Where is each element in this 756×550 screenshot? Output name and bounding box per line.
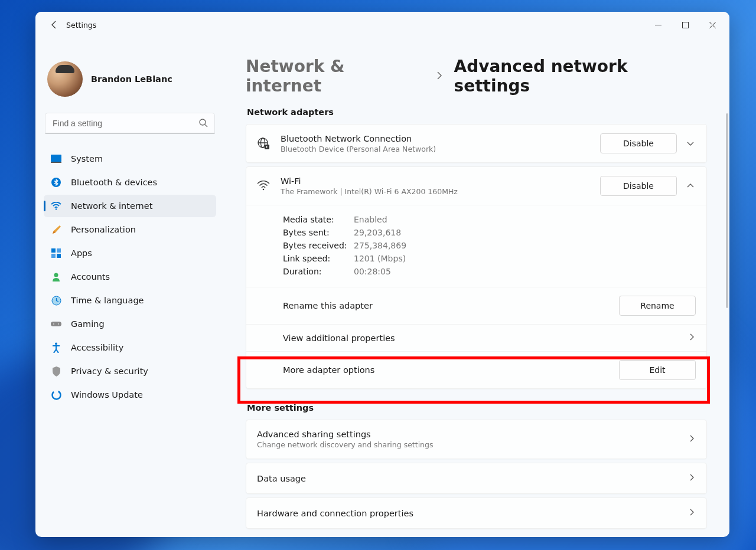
search-input[interactable]	[45, 113, 214, 133]
rename-button[interactable]: Rename	[619, 296, 696, 316]
bluetooth-icon	[51, 177, 61, 188]
row-title: Hardware and connection properties	[257, 509, 413, 518]
nav-label: Privacy & security	[71, 366, 148, 376]
stat-value: 29,203,618	[354, 228, 696, 237]
nav-update[interactable]: Windows Update	[44, 384, 216, 406]
accessibility-icon	[51, 342, 61, 353]
svg-rect-1	[682, 22, 688, 28]
row-subtitle: Change network discovery and sharing set…	[257, 440, 433, 449]
stat-label: Bytes sent:	[283, 228, 354, 237]
svg-rect-13	[57, 254, 61, 258]
stat-label: Bytes received:	[283, 241, 354, 250]
shield-icon	[51, 366, 61, 377]
svg-rect-16	[51, 322, 61, 326]
wifi-icon	[257, 179, 270, 192]
gamepad-icon	[51, 319, 61, 329]
svg-point-18	[58, 323, 59, 325]
person-icon	[51, 271, 61, 282]
content-area: Network & internet Advanced network sett…	[224, 38, 729, 537]
stat-value: Enabled	[354, 215, 696, 224]
nav-network[interactable]: Network & internet	[44, 195, 216, 217]
nav-label: System	[71, 154, 103, 163]
avatar	[47, 61, 83, 97]
hardware-properties-row[interactable]: Hardware and connection properties	[246, 497, 707, 529]
section-header-adapters: Network adapters	[247, 107, 707, 117]
svg-rect-6	[51, 155, 61, 162]
scrollbar[interactable]	[726, 113, 728, 308]
chevron-right-icon	[687, 333, 696, 343]
search-icon	[199, 119, 208, 128]
svg-rect-12	[51, 254, 56, 258]
display-icon	[51, 153, 61, 164]
more-adapter-options-row: More adapter options Edit	[246, 351, 706, 388]
breadcrumb-parent[interactable]: Network & internet	[246, 57, 425, 96]
section-header-more: More settings	[247, 403, 707, 413]
nav-system[interactable]: System	[44, 148, 216, 170]
nav-bluetooth[interactable]: Bluetooth & devices	[44, 171, 216, 194]
adapter-wifi-header[interactable]: Wi-Fi The Framework | Intel(R) Wi-Fi 6 A…	[246, 167, 706, 205]
profile-section[interactable]: Brandon LeBlanc	[44, 44, 216, 111]
stat-label: Link speed:	[283, 254, 354, 263]
chevron-right-icon	[687, 473, 696, 484]
back-button[interactable]	[46, 17, 63, 33]
data-usage-row[interactable]: Data usage	[246, 463, 707, 494]
chevron-right-icon	[435, 71, 444, 82]
brush-icon	[51, 224, 61, 235]
svg-rect-7	[51, 162, 61, 163]
update-icon	[51, 389, 61, 400]
globe-icon	[257, 137, 270, 150]
chevron-up-icon[interactable]	[685, 181, 696, 191]
svg-rect-11	[57, 248, 61, 253]
svg-point-17	[53, 323, 54, 325]
nav-accounts[interactable]: Accounts	[44, 266, 216, 288]
nav-gaming[interactable]: Gaming	[44, 313, 216, 335]
stat-label: Duration:	[283, 267, 354, 276]
svg-point-4	[200, 119, 206, 125]
nav-personalization[interactable]: Personalization	[44, 218, 216, 241]
edit-button[interactable]: Edit	[619, 360, 696, 380]
chevron-down-icon[interactable]	[685, 138, 696, 149]
nav-label: Apps	[71, 248, 92, 258]
close-button[interactable]	[699, 12, 726, 38]
row-label: More adapter options	[283, 365, 374, 375]
chevron-right-icon	[687, 434, 696, 445]
row-label: Rename this adapter	[283, 301, 373, 310]
nav-privacy[interactable]: Privacy & security	[44, 360, 216, 382]
svg-line-5	[205, 125, 207, 127]
adapter-bluetooth[interactable]: Bluetooth Network Connection Bluetooth D…	[246, 124, 707, 163]
clock-icon	[51, 295, 61, 306]
row-title: Data usage	[257, 474, 306, 483]
chevron-right-icon	[687, 508, 696, 519]
row-label: View additional properties	[283, 333, 395, 343]
sidebar: Brandon LeBlanc System Bluetooth & devic…	[35, 38, 224, 537]
adapter-title: Wi-Fi	[281, 176, 458, 186]
nav-apps[interactable]: Apps	[44, 242, 216, 264]
svg-rect-10	[51, 248, 56, 253]
nav-label: Accounts	[71, 272, 110, 281]
stat-value: 00:28:05	[354, 267, 696, 276]
titlebar: Settings	[35, 12, 729, 38]
svg-point-14	[54, 273, 58, 277]
minimize-button[interactable]	[644, 12, 672, 38]
nav-label: Accessibility	[71, 343, 123, 352]
nav-label: Bluetooth & devices	[71, 178, 157, 187]
svg-point-20	[52, 391, 60, 399]
maximize-button[interactable]	[672, 12, 699, 38]
nav-label: Network & internet	[71, 201, 152, 211]
svg-point-19	[55, 343, 57, 345]
wifi-stats: Media state: Enabled Bytes sent: 29,203,…	[246, 205, 706, 287]
disable-button[interactable]: Disable	[600, 133, 677, 153]
nav-accessibility[interactable]: Accessibility	[44, 336, 216, 359]
profile-name: Brandon LeBlanc	[91, 74, 172, 84]
nav-list: System Bluetooth & devices Network & int…	[44, 148, 216, 406]
nav-label: Windows Update	[71, 390, 143, 400]
page-title: Advanced network settings	[454, 57, 708, 96]
nav-label: Gaming	[71, 319, 105, 329]
svg-point-9	[56, 208, 57, 209]
view-properties-row[interactable]: View additional properties	[246, 324, 706, 351]
adapter-wifi: Wi-Fi The Framework | Intel(R) Wi-Fi 6 A…	[246, 166, 707, 389]
advanced-sharing-row[interactable]: Advanced sharing settings Change network…	[246, 420, 707, 459]
svg-point-25	[263, 189, 265, 191]
disable-button[interactable]: Disable	[600, 176, 677, 196]
nav-time-language[interactable]: Time & language	[44, 289, 216, 312]
